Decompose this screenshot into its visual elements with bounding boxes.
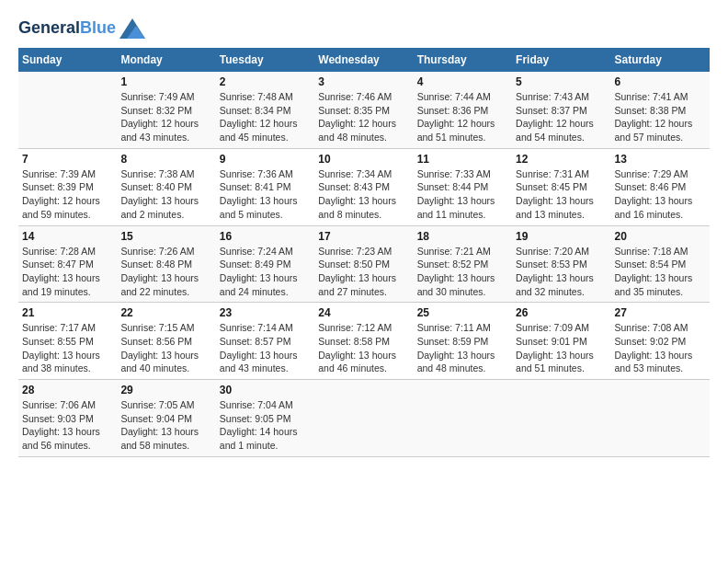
day-number: 21: [22, 306, 113, 319]
day-info: Sunrise: 7:23 AM Sunset: 8:50 PM Dayligh…: [318, 245, 409, 299]
day-number: 24: [318, 306, 409, 319]
day-number: 9: [220, 153, 311, 166]
day-info: Sunrise: 7:31 AM Sunset: 8:45 PM Dayligh…: [516, 167, 607, 222]
column-header-saturday: Saturday: [611, 48, 710, 72]
day-number: 2: [220, 75, 311, 88]
calendar-cell: [512, 380, 610, 457]
column-header-wednesday: Wednesday: [314, 48, 413, 72]
logo-icon: [119, 18, 145, 39]
calendar-cell: 30Sunrise: 7:04 AM Sunset: 9:05 PM Dayli…: [216, 380, 314, 457]
day-info: Sunrise: 7:38 AM Sunset: 8:40 PM Dayligh…: [120, 167, 211, 222]
calendar-cell: 11Sunrise: 7:33 AM Sunset: 8:44 PM Dayli…: [414, 148, 512, 225]
day-number: 15: [120, 230, 211, 243]
calendar-cell: 7Sunrise: 7:39 AM Sunset: 8:39 PM Daylig…: [18, 148, 117, 225]
calendar-table: SundayMondayTuesdayWednesdayThursdayFrid…: [18, 48, 710, 457]
day-info: Sunrise: 7:12 AM Sunset: 8:58 PM Dayligh…: [318, 321, 409, 375]
week-row-1: 1Sunrise: 7:49 AM Sunset: 8:32 PM Daylig…: [18, 72, 710, 148]
calendar-cell: 16Sunrise: 7:24 AM Sunset: 8:49 PM Dayli…: [216, 225, 314, 303]
day-info: Sunrise: 7:44 AM Sunset: 8:36 PM Dayligh…: [417, 90, 508, 144]
day-info: Sunrise: 7:36 AM Sunset: 8:41 PM Dayligh…: [220, 167, 311, 222]
day-info: Sunrise: 7:05 AM Sunset: 9:04 PM Dayligh…: [120, 398, 211, 453]
day-number: 30: [220, 384, 311, 396]
calendar-cell: 9Sunrise: 7:36 AM Sunset: 8:41 PM Daylig…: [216, 148, 314, 225]
day-info: Sunrise: 7:11 AM Sunset: 8:59 PM Dayligh…: [417, 321, 508, 375]
day-number: 5: [516, 75, 607, 88]
calendar-cell: 13Sunrise: 7:29 AM Sunset: 8:46 PM Dayli…: [611, 148, 710, 225]
day-number: 28: [22, 384, 113, 396]
calendar-cell: 28Sunrise: 7:06 AM Sunset: 9:03 PM Dayli…: [18, 380, 117, 457]
calendar-cell: 5Sunrise: 7:43 AM Sunset: 8:37 PM Daylig…: [512, 72, 610, 148]
day-number: 13: [615, 153, 706, 166]
calendar-cell: 24Sunrise: 7:12 AM Sunset: 8:58 PM Dayli…: [314, 303, 413, 380]
calendar-cell: 21Sunrise: 7:17 AM Sunset: 8:55 PM Dayli…: [18, 303, 117, 380]
page-header: GeneralBlue: [18, 18, 710, 39]
calendar-cell: 17Sunrise: 7:23 AM Sunset: 8:50 PM Dayli…: [314, 225, 413, 303]
column-header-friday: Friday: [512, 48, 610, 72]
day-number: 16: [220, 230, 311, 243]
calendar-cell: 10Sunrise: 7:34 AM Sunset: 8:43 PM Dayli…: [314, 148, 413, 225]
calendar-cell: 6Sunrise: 7:41 AM Sunset: 8:38 PM Daylig…: [611, 72, 710, 148]
day-number: 3: [318, 75, 409, 88]
column-header-thursday: Thursday: [414, 48, 512, 72]
calendar-cell: 3Sunrise: 7:46 AM Sunset: 8:35 PM Daylig…: [314, 72, 413, 148]
day-info: Sunrise: 7:43 AM Sunset: 8:37 PM Dayligh…: [516, 90, 607, 144]
week-row-2: 7Sunrise: 7:39 AM Sunset: 8:39 PM Daylig…: [18, 148, 710, 225]
week-row-5: 28Sunrise: 7:06 AM Sunset: 9:03 PM Dayli…: [18, 380, 710, 457]
calendar-cell: 26Sunrise: 7:09 AM Sunset: 9:01 PM Dayli…: [512, 303, 610, 380]
day-info: Sunrise: 7:06 AM Sunset: 9:03 PM Dayligh…: [22, 398, 113, 453]
day-info: Sunrise: 7:49 AM Sunset: 8:32 PM Dayligh…: [120, 90, 211, 144]
day-number: 7: [22, 153, 113, 166]
day-info: Sunrise: 7:33 AM Sunset: 8:44 PM Dayligh…: [417, 167, 508, 222]
day-info: Sunrise: 7:41 AM Sunset: 8:38 PM Dayligh…: [615, 90, 706, 144]
calendar-cell: 27Sunrise: 7:08 AM Sunset: 9:02 PM Dayli…: [611, 303, 710, 380]
day-info: Sunrise: 7:04 AM Sunset: 9:05 PM Dayligh…: [220, 398, 311, 453]
header-row: SundayMondayTuesdayWednesdayThursdayFrid…: [18, 48, 710, 72]
day-info: Sunrise: 7:17 AM Sunset: 8:55 PM Dayligh…: [22, 321, 113, 375]
column-header-tuesday: Tuesday: [216, 48, 314, 72]
calendar-cell: 22Sunrise: 7:15 AM Sunset: 8:56 PM Dayli…: [117, 303, 215, 380]
calendar-cell: 2Sunrise: 7:48 AM Sunset: 8:34 PM Daylig…: [216, 72, 314, 148]
calendar-cell: 18Sunrise: 7:21 AM Sunset: 8:52 PM Dayli…: [414, 225, 512, 303]
day-number: 17: [318, 230, 409, 243]
calendar-cell: 1Sunrise: 7:49 AM Sunset: 8:32 PM Daylig…: [117, 72, 215, 148]
calendar-cell: 12Sunrise: 7:31 AM Sunset: 8:45 PM Dayli…: [512, 148, 610, 225]
calendar-cell: 14Sunrise: 7:28 AM Sunset: 8:47 PM Dayli…: [18, 225, 117, 303]
calendar-cell: [314, 380, 413, 457]
day-number: 18: [417, 230, 508, 243]
day-info: Sunrise: 7:21 AM Sunset: 8:52 PM Dayligh…: [417, 245, 508, 299]
day-info: Sunrise: 7:08 AM Sunset: 9:02 PM Dayligh…: [615, 321, 706, 375]
calendar-cell: [18, 72, 117, 148]
calendar-cell: 15Sunrise: 7:26 AM Sunset: 8:48 PM Dayli…: [117, 225, 215, 303]
day-number: 4: [417, 75, 508, 88]
calendar-cell: 29Sunrise: 7:05 AM Sunset: 9:04 PM Dayli…: [117, 380, 215, 457]
day-number: 27: [615, 306, 706, 319]
logo-text: GeneralBlue: [18, 19, 116, 38]
week-row-4: 21Sunrise: 7:17 AM Sunset: 8:55 PM Dayli…: [18, 303, 710, 380]
calendar-cell: 25Sunrise: 7:11 AM Sunset: 8:59 PM Dayli…: [414, 303, 512, 380]
day-number: 25: [417, 306, 508, 319]
day-number: 8: [120, 153, 211, 166]
calendar-cell: [414, 380, 512, 457]
day-info: Sunrise: 7:20 AM Sunset: 8:53 PM Dayligh…: [516, 245, 607, 299]
calendar-cell: 19Sunrise: 7:20 AM Sunset: 8:53 PM Dayli…: [512, 225, 610, 303]
day-number: 22: [120, 306, 211, 319]
day-info: Sunrise: 7:46 AM Sunset: 8:35 PM Dayligh…: [318, 90, 409, 144]
day-number: 29: [120, 384, 211, 396]
column-header-monday: Monday: [117, 48, 215, 72]
calendar-cell: 20Sunrise: 7:18 AM Sunset: 8:54 PM Dayli…: [611, 225, 710, 303]
calendar-cell: 23Sunrise: 7:14 AM Sunset: 8:57 PM Dayli…: [216, 303, 314, 380]
day-info: Sunrise: 7:14 AM Sunset: 8:57 PM Dayligh…: [220, 321, 311, 375]
logo: GeneralBlue: [18, 18, 145, 39]
day-info: Sunrise: 7:24 AM Sunset: 8:49 PM Dayligh…: [220, 245, 311, 299]
day-number: 1: [120, 75, 211, 88]
column-header-sunday: Sunday: [18, 48, 117, 72]
day-number: 26: [516, 306, 607, 319]
day-info: Sunrise: 7:26 AM Sunset: 8:48 PM Dayligh…: [120, 245, 211, 299]
calendar-cell: 4Sunrise: 7:44 AM Sunset: 8:36 PM Daylig…: [414, 72, 512, 148]
day-info: Sunrise: 7:15 AM Sunset: 8:56 PM Dayligh…: [120, 321, 211, 375]
day-number: 10: [318, 153, 409, 166]
day-info: Sunrise: 7:48 AM Sunset: 8:34 PM Dayligh…: [220, 90, 311, 144]
day-number: 23: [220, 306, 311, 319]
day-info: Sunrise: 7:18 AM Sunset: 8:54 PM Dayligh…: [615, 245, 706, 299]
day-info: Sunrise: 7:28 AM Sunset: 8:47 PM Dayligh…: [22, 245, 113, 299]
